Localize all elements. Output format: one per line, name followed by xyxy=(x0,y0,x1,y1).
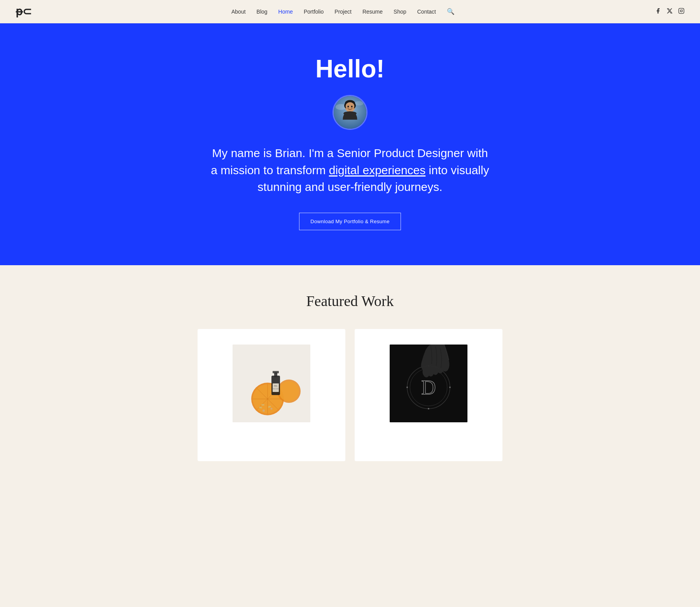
card-image-svg-1: PIXL prime essence xyxy=(233,345,310,422)
download-button[interactable]: Download My Portfolio & Resume xyxy=(299,213,401,230)
nav-contact[interactable]: Contact xyxy=(417,9,436,15)
main-nav: About Blog Home Portfolio Project Resume… xyxy=(231,8,455,15)
featured-card-2[interactable]: D xyxy=(355,329,502,461)
cards-grid: PIXL prime essence D xyxy=(163,329,537,461)
svg-text:D: D xyxy=(421,376,436,399)
search-icon[interactable]: 🔍 xyxy=(447,8,455,15)
site-logo[interactable]: ᵽ⊂ xyxy=(16,5,31,18)
site-header: ᵽ⊂ About Blog Home Portfolio Project Res… xyxy=(0,0,700,23)
svg-point-2 xyxy=(682,9,683,9)
svg-point-1 xyxy=(680,10,682,12)
social-links xyxy=(655,8,684,16)
card-image-2: D xyxy=(390,345,467,422)
svg-point-10 xyxy=(346,102,354,110)
nav-about[interactable]: About xyxy=(231,9,246,15)
hero-section: Hello! xyxy=(0,23,700,265)
nav-shop[interactable]: Shop xyxy=(394,9,406,15)
svg-point-13 xyxy=(343,111,357,115)
svg-point-31 xyxy=(261,404,264,406)
nav-home[interactable]: Home xyxy=(278,9,293,15)
hero-description: My name is Brian. I'm a Senior Product D… xyxy=(210,145,490,196)
svg-point-39 xyxy=(449,387,451,388)
card-image-1: PIXL prime essence xyxy=(233,345,310,422)
svg-rect-27 xyxy=(273,371,279,373)
card-image-svg-2: D xyxy=(390,345,467,422)
nav-project[interactable]: Project xyxy=(334,9,352,15)
featured-title: Featured Work xyxy=(16,292,684,310)
nav-resume[interactable]: Resume xyxy=(362,9,383,15)
svg-point-24 xyxy=(271,408,273,409)
svg-point-11 xyxy=(347,106,349,108)
svg-rect-0 xyxy=(679,8,684,13)
svg-point-12 xyxy=(351,106,353,108)
nav-portfolio[interactable]: Portfolio xyxy=(304,9,324,15)
hero-desc-link[interactable]: digital experiences xyxy=(329,164,425,177)
svg-point-23 xyxy=(262,409,265,412)
svg-point-40 xyxy=(428,408,429,409)
svg-point-22 xyxy=(279,381,299,401)
instagram-icon[interactable] xyxy=(678,8,684,16)
avatar-image xyxy=(334,96,366,129)
facebook-icon[interactable] xyxy=(655,8,661,16)
svg-point-5 xyxy=(355,101,363,105)
svg-point-41 xyxy=(406,387,408,388)
featured-card-1[interactable]: PIXL prime essence xyxy=(198,329,345,461)
nav-blog[interactable]: Blog xyxy=(257,9,268,15)
featured-work-section: Featured Work xyxy=(0,265,700,477)
twitter-x-icon[interactable] xyxy=(667,8,673,16)
svg-text:PIXL: PIXL xyxy=(274,385,278,387)
svg-text:prime essence: prime essence xyxy=(273,388,280,390)
avatar xyxy=(332,95,368,130)
hero-title: Hello! xyxy=(315,54,385,83)
